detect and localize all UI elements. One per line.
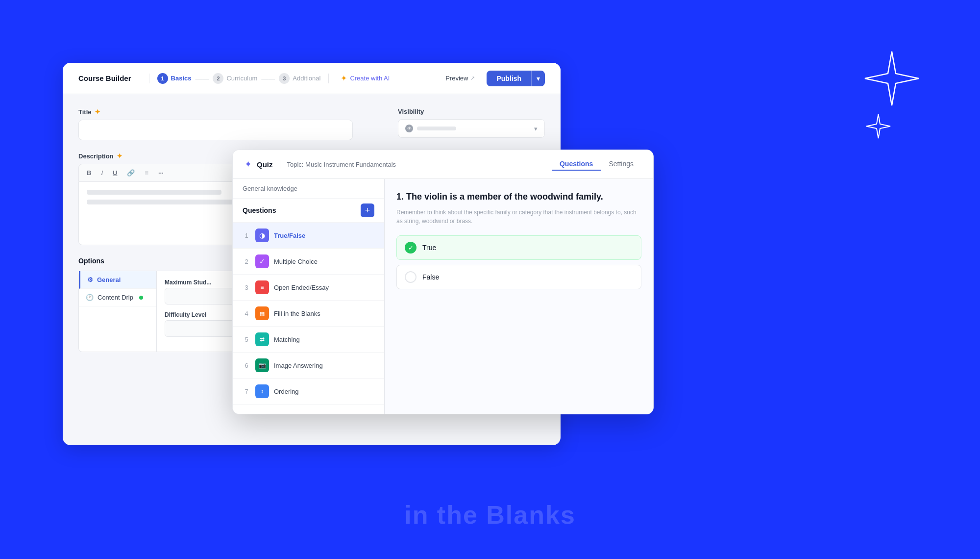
questions-title: Questions	[243, 206, 276, 214]
underline-button[interactable]: U	[111, 168, 119, 178]
question-item-6[interactable]: 6 📷 Image Answering	[233, 353, 384, 379]
visibility-value-bar	[417, 127, 456, 130]
q-icon-4: ▦	[255, 306, 269, 320]
bold-button[interactable]: B	[85, 168, 93, 178]
correct-check-icon: ✓	[405, 242, 416, 254]
step-num-2: 2	[213, 73, 223, 84]
question-hint: Remember to think about the specific fam…	[396, 208, 641, 226]
q-icon-5: ⇄	[255, 332, 269, 346]
active-question-text: 1. The violin is a member of the woodwin…	[396, 191, 641, 203]
question-item-2[interactable]: 2 ✓ Multiple Choice	[233, 249, 384, 275]
q-type-4: Fill in the Blanks	[274, 310, 320, 317]
add-question-button[interactable]: +	[361, 203, 374, 217]
answer-true[interactable]: ✓ True	[396, 235, 641, 260]
q-type-5: Matching	[274, 336, 300, 343]
nav-step-basics[interactable]: 1 Basics	[157, 73, 192, 84]
quiz-topic: Topic: Music Instrument Fundamentals	[287, 161, 396, 168]
more-button[interactable]: ···	[156, 168, 166, 178]
nav-divider-2	[328, 74, 329, 83]
step-arrow-2: ——	[261, 75, 275, 82]
q-num-2: 2	[243, 258, 250, 265]
general-label: General	[97, 276, 121, 283]
nav-brand: Course Builder	[78, 74, 131, 82]
q-icon-2: ✓	[255, 254, 269, 268]
q-type-3: Open Ended/Essay	[274, 284, 329, 291]
question-item-4[interactable]: 4 ▦ Fill in the Blanks	[233, 301, 384, 327]
ai-sparkle-icon: ✦	[341, 74, 347, 83]
visibility-label-text: Visibility	[398, 108, 424, 115]
quiz-header: ✦ Quiz Topic: Music Instrument Fundament…	[233, 150, 653, 179]
step-label-basics: Basics	[171, 75, 192, 82]
quiz-panel: ✦ Quiz Topic: Music Instrument Fundament…	[232, 150, 654, 414]
title-visibility-row: Title ✦ Visibility 👁 ▾	[78, 108, 545, 140]
q-num-7: 7	[243, 388, 250, 395]
preview-button[interactable]: Preview ↗	[440, 72, 481, 85]
tab-settings[interactable]: Settings	[601, 158, 641, 171]
nav-step-curriculum[interactable]: 2 Curriculum	[213, 73, 257, 84]
nav-divider	[149, 74, 149, 83]
publish-button-group: Publish ▾	[487, 71, 545, 86]
question-item-3[interactable]: 3 ≡ Open Ended/Essay	[233, 275, 384, 301]
create-with-ai-button[interactable]: ✦ Create with AI	[337, 72, 393, 85]
nav-step-additional[interactable]: 3 Additional	[279, 73, 320, 84]
q-num-5: 5	[243, 336, 250, 343]
star-small-decoration	[865, 113, 892, 140]
visibility-dot: 👁	[405, 125, 413, 132]
q-icon-3: ≡	[255, 280, 269, 294]
answer-true-label: True	[422, 244, 436, 252]
question-item-7[interactable]: 7 ↕ Ordering	[233, 379, 384, 405]
link-button[interactable]: 🔗	[125, 168, 137, 178]
answer-false[interactable]: False	[396, 265, 641, 289]
q-icon-7: ↕	[255, 384, 269, 398]
title-section: Title ✦	[78, 108, 386, 140]
step-num-3: 3	[279, 73, 290, 84]
nav-right-actions: Preview ↗ Publish ▾	[440, 71, 545, 86]
q-icon-1: ◑	[255, 229, 269, 242]
italic-button[interactable]: I	[99, 168, 105, 178]
q-type-1: True/False	[274, 232, 305, 239]
title-label-text: Title	[78, 108, 92, 116]
fill-blanks-watermark: in the Blanks	[404, 500, 576, 530]
ai-button-label: Create with AI	[350, 75, 390, 82]
step-label-curriculum: Curriculum	[226, 75, 257, 82]
visibility-dropdown[interactable]: 👁 ▾	[398, 119, 545, 138]
q-icon-6: 📷	[255, 358, 269, 372]
preview-label: Preview	[445, 75, 468, 82]
questions-header: Questions +	[233, 199, 384, 223]
question-number: 1.	[396, 192, 404, 202]
quiz-tabs: Questions Settings	[552, 158, 641, 171]
content-drip-label: Content Drip	[98, 294, 133, 301]
quiz-sparkle-icon: ✦	[245, 159, 252, 170]
question-item-5[interactable]: 5 ⇄ Matching	[233, 327, 384, 353]
nav-steps: 1 Basics —— 2 Curriculum —— 3 Additional	[157, 73, 321, 84]
title-input[interactable]	[78, 120, 353, 140]
quiz-topic-divider	[280, 160, 280, 169]
star-large-decoration	[862, 49, 921, 108]
quiz-title: Quiz	[257, 160, 273, 169]
tab-questions[interactable]: Questions	[552, 158, 601, 171]
clock-icon: 🕐	[86, 294, 94, 301]
q-type-2: Multiple Choice	[274, 258, 318, 265]
top-nav: Course Builder 1 Basics —— 2 Curriculum …	[63, 63, 561, 94]
q-type-7: Ordering	[274, 388, 299, 395]
quiz-main-content: 1. The violin is a member of the woodwin…	[385, 179, 653, 414]
align-button[interactable]: ≡	[143, 168, 150, 178]
gear-icon: ⚙	[87, 276, 93, 283]
visibility-chevron-icon: ▾	[534, 125, 538, 132]
question-list: 1 ◑ True/False 2 ✓ Multiple Choice 3 ≡ O…	[233, 223, 384, 414]
quiz-category: General knowledge	[233, 179, 384, 199]
visibility-label: Visibility	[398, 108, 545, 115]
options-general-item[interactable]: ⚙ General	[79, 271, 156, 289]
q-num-4: 4	[243, 310, 250, 317]
step-num-1: 1	[157, 73, 168, 84]
question-item-1[interactable]: 1 ◑ True/False	[233, 223, 384, 249]
question-body: The violin is a member of the woodwind f…	[406, 192, 603, 202]
q-type-6: Image Answering	[274, 362, 323, 369]
desc-ai-sparkle: ✦	[117, 152, 122, 160]
quiz-body: General knowledge Questions + 1 ◑ True/F…	[233, 179, 653, 414]
step-arrow-1: ——	[195, 75, 209, 82]
publish-button[interactable]: Publish	[487, 71, 531, 86]
q-num-3: 3	[243, 284, 250, 291]
publish-dropdown-button[interactable]: ▾	[531, 71, 545, 86]
options-content-drip-item[interactable]: 🕐 Content Drip	[79, 289, 156, 306]
